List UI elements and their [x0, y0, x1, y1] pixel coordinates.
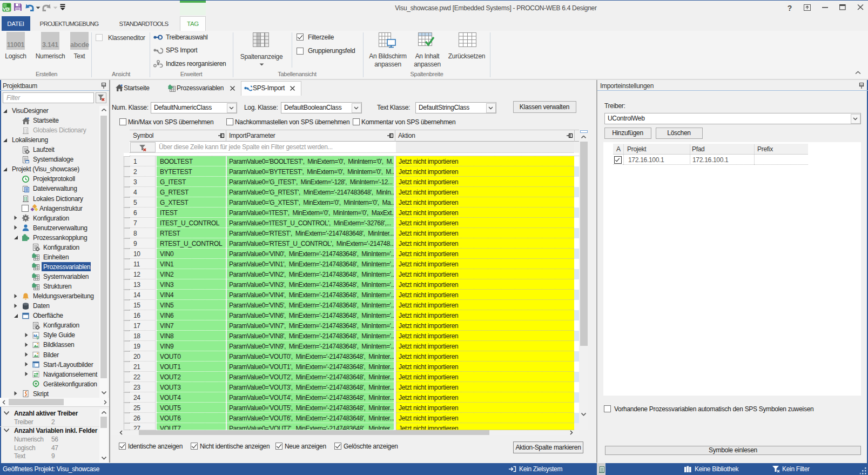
svg-text:g: g	[37, 335, 39, 339]
svg-text:VD: VD	[3, 6, 10, 12]
